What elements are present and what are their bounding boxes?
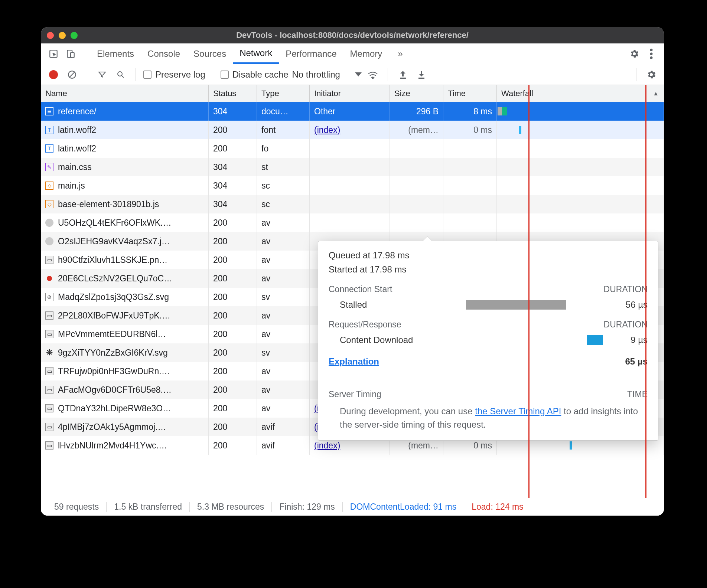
- queued-text: Queued at 17.98 ms: [329, 250, 648, 261]
- img-icon: ▭: [45, 404, 53, 412]
- block-icon: ⊘: [45, 293, 53, 301]
- cell-size: [390, 139, 443, 158]
- time-label: TIME: [627, 389, 648, 399]
- duration-label: DURATION: [604, 320, 648, 330]
- request-name: O2sIJEHG9avKV4aqzSx7.j…: [58, 236, 170, 246]
- header-name[interactable]: Name: [41, 85, 209, 102]
- network-settings-gear-icon[interactable]: [644, 67, 659, 82]
- svg-line-7: [70, 72, 75, 77]
- header-time[interactable]: Time: [443, 85, 497, 102]
- svg-point-3: [650, 49, 653, 51]
- request-name: AFacMOgv6D0CFTr6U5e8.…: [58, 385, 172, 395]
- tab-performance[interactable]: Performance: [279, 43, 343, 64]
- cell-type: sv: [257, 343, 310, 362]
- tab-console[interactable]: Console: [141, 43, 187, 64]
- cell-type: av: [257, 362, 310, 380]
- explanation-link[interactable]: Explanation: [329, 356, 379, 367]
- table-row[interactable]: ◇main.js304sc: [41, 176, 664, 195]
- cell-status: 200: [209, 306, 257, 325]
- cell-time: 0 ms: [443, 121, 497, 139]
- tab-sources[interactable]: Sources: [187, 43, 233, 64]
- initiator-link[interactable]: (index): [314, 441, 340, 451]
- throttle-select[interactable]: No throttling: [292, 69, 361, 80]
- clear-icon[interactable]: [65, 67, 79, 82]
- resources-size: 5.3 MB resources: [190, 502, 272, 512]
- cell-initiator: (index): [310, 121, 390, 139]
- cell-status: 304: [209, 195, 257, 213]
- stalled-value: 56 µs: [610, 300, 648, 310]
- av-icon: [45, 237, 53, 245]
- filter-icon[interactable]: [95, 67, 110, 82]
- table-row[interactable]: ✎main.css304st: [41, 158, 664, 176]
- content-download-label: Content Download: [329, 335, 425, 345]
- cell-size: (mem…: [390, 121, 443, 139]
- more-tabs-icon[interactable]: »: [391, 43, 409, 64]
- request-response-label: Request/Response: [329, 320, 401, 330]
- tab-network[interactable]: Network: [233, 43, 279, 64]
- divider: [636, 68, 636, 81]
- tab-memory[interactable]: Memory: [343, 43, 389, 64]
- settings-gear-icon[interactable]: [627, 46, 642, 61]
- header-type[interactable]: Type: [257, 85, 310, 102]
- table-row[interactable]: U5OHzQL4tEKFr6OFlxWK.…200av: [41, 213, 664, 232]
- request-name: 20E6CLcSzNV2GELQu7oC…: [58, 274, 172, 284]
- cell-status: 200: [209, 139, 257, 158]
- server-timing-api-link[interactable]: the Server Timing API: [475, 406, 561, 416]
- img-icon: ▭: [45, 441, 53, 450]
- panel-tabs: ElementsConsoleSourcesNetworkPerformance…: [41, 43, 664, 64]
- inspect-icon[interactable]: [46, 46, 61, 61]
- cell-initiator: [310, 176, 390, 195]
- cell-type: docu…: [257, 102, 310, 121]
- cell-type: sc: [257, 195, 310, 213]
- search-icon[interactable]: [113, 67, 128, 82]
- cell-initiator: Other: [310, 102, 390, 121]
- initiator-link[interactable]: (index): [314, 125, 340, 135]
- cell-status: 304: [209, 158, 257, 176]
- header-initiator[interactable]: Initiator: [310, 85, 390, 102]
- record-button[interactable]: [46, 67, 61, 82]
- total-value: 65 µs: [625, 356, 648, 367]
- device-toggle-icon[interactable]: [63, 46, 78, 61]
- table-row[interactable]: ◇base-element-3018901b.js304sc: [41, 195, 664, 213]
- divider: [136, 68, 136, 81]
- upload-har-icon[interactable]: [395, 67, 410, 82]
- request-name: TRFujw0pi0nHF3GwDuRn.…: [58, 366, 170, 376]
- kebab-menu-icon[interactable]: [644, 46, 659, 61]
- request-name: h90CtfziXluvh1LSSKJE.pn…: [58, 255, 167, 265]
- cell-waterfall: [497, 139, 664, 158]
- request-name: MadqZslZpo1sj3qQ3GsZ.svg: [58, 292, 169, 302]
- tab-elements[interactable]: Elements: [90, 43, 141, 64]
- cell-status: 200: [209, 121, 257, 139]
- table-row[interactable]: ≣reference/304docu…Other296 B8 ms: [41, 102, 664, 121]
- request-name: QTDnaY32hLDipeRW8e3O…: [58, 404, 171, 414]
- request-name: main.css: [58, 162, 92, 172]
- preserve-log-checkbox[interactable]: Preserve log: [143, 69, 205, 80]
- cell-status: 200: [209, 343, 257, 362]
- cell-type: sv: [257, 288, 310, 306]
- network-conditions-icon[interactable]: [365, 67, 380, 82]
- js-icon: ◇: [45, 182, 53, 190]
- disable-cache-checkbox[interactable]: Disable cache: [221, 69, 289, 80]
- cell-size: 296 B: [390, 102, 443, 121]
- stalled-label: Stalled: [329, 300, 425, 310]
- cell-type: font: [257, 121, 310, 139]
- header-waterfall[interactable]: Waterfall: [497, 85, 664, 102]
- header-status[interactable]: Status: [209, 85, 257, 102]
- table-row[interactable]: Tlatin.woff2200font(index)(mem…0 ms: [41, 121, 664, 139]
- divider: [388, 68, 388, 81]
- cell-type: av: [257, 269, 310, 288]
- divider: [87, 68, 87, 81]
- download-har-icon[interactable]: [414, 67, 429, 82]
- request-name: latin.woff2: [58, 125, 96, 135]
- header-size[interactable]: Size: [390, 85, 443, 102]
- cell-status: 200: [209, 418, 257, 436]
- cell-type: av: [257, 380, 310, 399]
- cell-time: 8 ms: [443, 102, 497, 121]
- titlebar: DevTools - localhost:8080/docs/devtools/…: [41, 27, 664, 43]
- cell-type: avif: [257, 436, 310, 455]
- cell-time: [443, 158, 497, 176]
- table-row[interactable]: Tlatin.woff2200fo: [41, 139, 664, 158]
- divider: [213, 68, 213, 81]
- svg-point-8: [118, 72, 122, 76]
- img-icon: ▭: [45, 386, 53, 394]
